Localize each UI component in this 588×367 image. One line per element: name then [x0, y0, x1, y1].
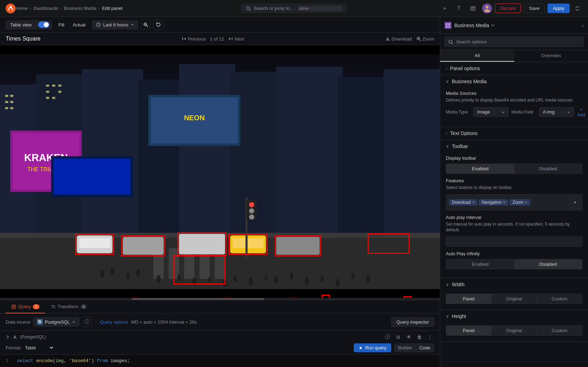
display-toolbar-label: Display toolbar — [446, 155, 582, 161]
collapse-button[interactable] — [572, 4, 582, 13]
sql-editor[interactable]: 1 select encode(img, 'base64') from imag… — [0, 354, 440, 367]
query-a-source: (PostgreSQL) — [20, 335, 46, 340]
height-original-btn[interactable]: Original — [492, 326, 537, 335]
height-custom-btn[interactable]: Custom — [537, 326, 582, 335]
tab-overrides[interactable]: Overrides — [514, 50, 588, 62]
svg-rect-30 — [52, 85, 55, 87]
query-tabs: Query 1 Transform 0 — [0, 300, 440, 313]
features-tags-input[interactable]: Download × Navigation × Zoom × — [446, 194, 582, 210]
right-panel-expand-btn[interactable]: › — [582, 23, 584, 28]
plus-button[interactable]: + — [440, 4, 450, 13]
auto-play-interval-group: Auto play Interval Set interval for auto… — [446, 215, 582, 247]
media-type-select[interactable]: Image — [473, 107, 509, 117]
tab-all[interactable]: All — [440, 50, 514, 62]
svg-point-59 — [177, 274, 181, 281]
previous-button[interactable]: Previous — [182, 36, 206, 42]
query-more-btn[interactable]: ⋮ — [426, 333, 434, 341]
panel-options-title: Panel options — [450, 66, 480, 71]
query-tab-transform[interactable]: Transform 0 — [45, 300, 93, 313]
toolbar-title: Toolbar — [452, 143, 468, 149]
toolbar-enabled-btn[interactable]: Enabled — [446, 164, 514, 173]
width-original-btn[interactable]: Original — [492, 294, 537, 304]
breadcrumb-business-media[interactable]: Business Media — [64, 6, 96, 11]
next-button[interactable]: Next — [228, 36, 244, 42]
time-picker[interactable]: Last 6 hours — [92, 20, 138, 29]
tag-zoom-close[interactable]: × — [525, 200, 527, 204]
svg-point-66 — [274, 276, 278, 284]
media-field-select[interactable]: A:img — [539, 107, 574, 117]
fill-button[interactable]: Fill — [55, 20, 68, 29]
run-query-button[interactable]: Run query — [354, 343, 391, 352]
grafana-logo[interactable] — [6, 4, 16, 13]
query-options-button[interactable]: Query options — [100, 319, 128, 325]
discard-button[interactable]: Discard — [495, 4, 521, 13]
time-chevron-icon — [131, 23, 134, 26]
download-icon — [385, 36, 390, 41]
breadcrumb: Home › Dashboards › Business Media › Edi… — [16, 6, 437, 11]
table-view-switch[interactable] — [38, 22, 49, 28]
svg-rect-32 — [46, 91, 49, 93]
apply-button[interactable]: Apply — [547, 4, 570, 13]
breadcrumb-home[interactable]: Home — [16, 6, 28, 11]
height-panel-btn[interactable]: Panel — [446, 326, 492, 335]
search-box[interactable] — [444, 37, 584, 47]
add-source-button[interactable]: + Add — [577, 107, 585, 117]
query-inspector-button[interactable]: Query inspector — [391, 317, 434, 327]
section-panel-options-header[interactable]: › Panel options — [440, 62, 588, 75]
format-select[interactable]: Table Time series — [24, 345, 54, 351]
info-button[interactable]: ⓘ — [82, 317, 92, 327]
query-visibility-btn[interactable]: 👁 — [405, 333, 413, 341]
collapse-query-icon[interactable] — [6, 335, 10, 339]
data-source-row: Data source 🐘 PostgreSQL ⓘ › Query optio… — [6, 317, 434, 327]
scrollbar-thumb[interactable] — [132, 298, 264, 300]
zoom-out-btn[interactable] — [141, 20, 151, 30]
features-dropdown-arrow[interactable]: ▾ — [571, 196, 579, 208]
section-width-header[interactable]: ∨ Width — [440, 278, 588, 291]
query-copy-btn[interactable]: ⧉ — [394, 333, 402, 341]
news-button[interactable] — [468, 4, 478, 13]
user-avatar[interactable] — [482, 4, 492, 13]
infinity-disabled-btn[interactable]: Disabled — [514, 259, 582, 269]
search-input[interactable] — [456, 39, 580, 44]
topbar-search[interactable]: Search or jump to... ctrl+k — [241, 4, 347, 13]
tag-navigation-close[interactable]: × — [503, 200, 505, 204]
section-text-options-header[interactable]: › Text Options — [440, 127, 588, 140]
breadcrumb-dashboards[interactable]: Dashboards — [34, 6, 58, 11]
svg-point-56 — [126, 273, 129, 280]
download-button[interactable]: Download — [385, 36, 412, 42]
actual-button[interactable]: Actual — [69, 20, 89, 29]
section-business-media-header[interactable]: ∨ Business Media — [440, 75, 588, 88]
svg-text:NEON: NEON — [184, 114, 205, 122]
transform-badge: 0 — [80, 304, 87, 309]
zoom-button[interactable]: Zoom — [416, 36, 434, 42]
section-height-header[interactable]: ∨ Height — [440, 310, 588, 323]
right-panel-search — [440, 34, 588, 50]
fill-actual-group: Fill Actual — [55, 20, 90, 29]
refresh-btn[interactable] — [153, 20, 163, 30]
table-view-label[interactable]: Table view — [6, 21, 36, 29]
sql-code-1[interactable]: select encode(img, 'base64') from images… — [17, 358, 130, 363]
save-button[interactable]: Save — [524, 4, 545, 13]
help-button[interactable]: ? — [454, 4, 464, 13]
query-info-btn[interactable]: ⓘ — [383, 333, 392, 341]
builder-button[interactable]: Builder — [394, 344, 416, 352]
section-toolbar-header[interactable]: ∨ Toolbar — [440, 140, 588, 153]
panel-name-select[interactable]: Business Media — [454, 23, 579, 28]
svg-rect-20 — [276, 67, 343, 238]
infinity-enabled-btn[interactable]: Enabled — [446, 259, 514, 269]
image-scrollbar[interactable] — [0, 298, 440, 300]
tag-download-close[interactable]: × — [472, 200, 474, 204]
width-panel-btn[interactable]: Panel — [446, 294, 492, 304]
data-source-select[interactable]: 🐘 PostgreSQL — [33, 317, 79, 326]
code-button[interactable]: Code — [416, 344, 434, 352]
svg-rect-16 — [82, 69, 143, 238]
auto-play-interval-input[interactable] — [446, 237, 582, 247]
breadcrumb-sep3: › — [98, 6, 100, 11]
width-custom-btn[interactable]: Custom — [537, 294, 582, 304]
toolbar-disabled-btn[interactable]: Disabled — [514, 164, 582, 173]
table-view-toggle[interactable]: Table view — [6, 20, 52, 29]
svg-rect-21 — [338, 77, 389, 238]
query-tab-query[interactable]: Query 1 — [6, 300, 45, 313]
tag-navigation: Navigation × — [479, 199, 508, 206]
query-delete-btn[interactable]: 🗑 — [415, 333, 424, 341]
